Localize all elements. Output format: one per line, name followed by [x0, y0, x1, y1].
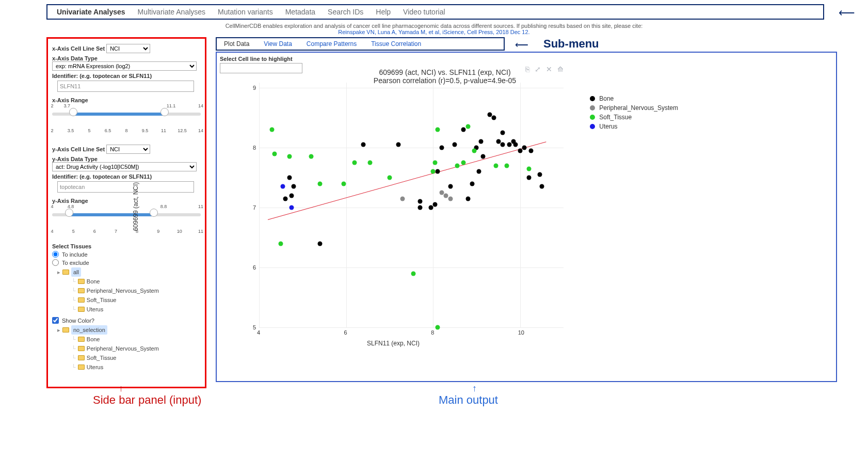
modebar-btn-2[interactable]: ✕	[546, 65, 552, 73]
data-point[interactable]	[411, 271, 416, 276]
data-point[interactable]	[428, 205, 433, 210]
data-point[interactable]	[396, 143, 400, 147]
data-point[interactable]	[494, 163, 499, 168]
x-range-slider[interactable]	[52, 110, 201, 128]
data-point[interactable]	[492, 116, 496, 120]
sub-tab-tissue-correlation[interactable]: Tissue Correlation	[364, 39, 428, 49]
x-cellset-select[interactable]: NCI	[106, 44, 150, 53]
legend-item-soft_tissue[interactable]: Soft_Tissue	[590, 114, 678, 121]
data-point[interactable]	[448, 196, 453, 201]
data-point[interactable]	[496, 139, 501, 144]
data-point[interactable]	[272, 151, 277, 156]
data-point[interactable]	[287, 176, 292, 180]
data-point[interactable]	[287, 154, 292, 159]
y-range-slider[interactable]	[52, 211, 201, 229]
data-point[interactable]	[440, 191, 444, 195]
data-point[interactable]	[433, 161, 438, 165]
data-point[interactable]	[481, 154, 486, 159]
data-point[interactable]	[400, 196, 405, 201]
data-point[interactable]	[507, 143, 511, 147]
data-point[interactable]	[526, 166, 531, 171]
data-point[interactable]	[279, 241, 283, 246]
main-tab-search-ids[interactable]: Search IDs	[322, 6, 369, 18]
tree-root-no_selection[interactable]: ▸no_selection	[57, 325, 201, 335]
sub-tab-compare-patterns[interactable]: Compare Patterns	[299, 39, 364, 49]
data-point[interactable]	[435, 325, 440, 330]
data-point[interactable]	[513, 143, 518, 147]
data-point[interactable]	[501, 131, 505, 135]
data-point[interactable]	[448, 184, 453, 189]
tree-item-peripheral_nervous_system[interactable]: └Peripheral_Nervous_System	[57, 344, 201, 353]
data-point[interactable]	[470, 181, 475, 186]
legend-item-peripheral_nervous_system[interactable]: Peripheral_Nervous_System	[590, 104, 678, 112]
plot-legend[interactable]: BonePeripheral_Nervous_SystemSoft_Tissue…	[590, 93, 678, 132]
data-point[interactable]	[361, 143, 366, 147]
modebar-btn-3[interactable]: ⟰	[557, 65, 564, 73]
data-point[interactable]	[453, 143, 457, 147]
data-point[interactable]	[465, 124, 470, 129]
main-tab-help[interactable]: Help	[369, 6, 397, 18]
data-point[interactable]	[435, 128, 440, 132]
data-point[interactable]	[290, 205, 294, 210]
data-point[interactable]	[522, 146, 527, 150]
tree-item-uterus[interactable]: └Uterus	[57, 305, 201, 314]
main-tab-mutation-variants[interactable]: Mutation variants	[212, 6, 279, 18]
data-point[interactable]	[435, 169, 440, 174]
data-point[interactable]	[417, 199, 422, 204]
data-point[interactable]	[309, 154, 314, 159]
data-point[interactable]	[539, 184, 544, 189]
main-tab-video-tutorial[interactable]: Video tutorial	[397, 6, 451, 18]
data-point[interactable]	[433, 202, 438, 207]
include-radio[interactable]	[52, 251, 59, 258]
data-point[interactable]	[518, 148, 522, 153]
data-point[interactable]	[526, 176, 531, 180]
data-point[interactable]	[318, 241, 323, 246]
tree-item-bone[interactable]: └Bone	[57, 335, 201, 344]
data-point[interactable]	[537, 172, 542, 177]
data-point[interactable]	[461, 161, 466, 165]
data-point[interactable]	[431, 169, 436, 174]
data-point[interactable]	[290, 193, 294, 198]
data-point[interactable]	[270, 128, 275, 132]
data-point[interactable]	[281, 184, 285, 189]
data-point[interactable]	[465, 196, 470, 201]
main-tab-univariate-analyses[interactable]: Univariate Analyses	[51, 6, 132, 18]
scatter-plot[interactable]: 609699 (act, NCI) vs. SLFN11 (exp, NCI) …	[228, 62, 682, 351]
sub-tab-plot-data[interactable]: Plot Data	[217, 39, 256, 49]
modebar-btn-1[interactable]: ⤢	[535, 65, 541, 73]
tree-item-bone[interactable]: └Bone	[57, 277, 201, 286]
tree-root-all[interactable]: ▸all	[57, 267, 201, 277]
data-point[interactable]	[444, 193, 448, 198]
y-cellset-select[interactable]: NCI	[106, 145, 150, 154]
data-point[interactable]	[440, 146, 444, 150]
data-point[interactable]	[461, 128, 466, 132]
data-point[interactable]	[528, 148, 533, 153]
data-point[interactable]	[472, 148, 477, 153]
data-point[interactable]	[455, 163, 459, 168]
main-tab-multivariate-analyses[interactable]: Multivariate Analyses	[132, 6, 212, 18]
data-point[interactable]	[367, 161, 372, 165]
data-point[interactable]	[478, 139, 483, 144]
data-point[interactable]	[318, 181, 323, 186]
modebar-btn-0[interactable]: ⎘	[525, 65, 529, 73]
x-datatype-select[interactable]: exp: mRNA Expression (log2)	[52, 61, 197, 71]
legend-item-uterus[interactable]: Uterus	[590, 123, 678, 130]
citation-link[interactable]: Reinspake VN, Luna A, Yamada M, et al, i…	[338, 29, 529, 35]
legend-item-bone[interactable]: Bone	[590, 95, 678, 102]
tree-item-uterus[interactable]: └Uterus	[57, 362, 201, 372]
plot-modebar[interactable]: ⎘⤢✕⟰	[525, 65, 564, 73]
data-point[interactable]	[283, 196, 287, 201]
tree-item-soft_tissue[interactable]: └Soft_Tissue	[57, 295, 201, 305]
y-id-input[interactable]	[57, 181, 194, 193]
data-point[interactable]	[501, 143, 505, 147]
tree-item-peripheral_nervous_system[interactable]: └Peripheral_Nervous_System	[57, 286, 201, 295]
tree-item-soft_tissue[interactable]: └Soft_Tissue	[57, 353, 201, 362]
data-point[interactable]	[505, 163, 509, 168]
data-point[interactable]	[292, 184, 296, 189]
data-point[interactable]	[417, 205, 422, 210]
show-color-checkbox[interactable]	[52, 317, 59, 324]
y-datatype-select[interactable]: act: Drug Activity (-log10[IC50M])	[52, 162, 197, 171]
data-point[interactable]	[342, 181, 346, 186]
data-point[interactable]	[352, 161, 357, 165]
sub-tab-view-data[interactable]: View Data	[256, 39, 299, 49]
